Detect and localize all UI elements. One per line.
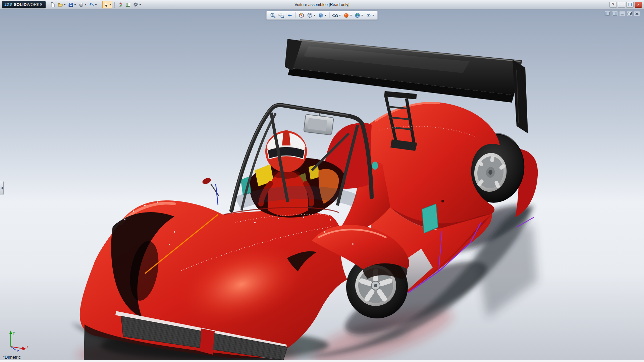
previous-view-button[interactable] xyxy=(286,11,294,19)
previous-view-icon xyxy=(287,12,293,18)
options-button[interactable] xyxy=(132,1,142,8)
scene-globe-icon xyxy=(355,12,361,18)
doc-close-button[interactable] xyxy=(634,11,640,16)
section-view-button[interactable] xyxy=(298,11,306,19)
edit-appearance-button[interactable] xyxy=(342,11,353,19)
properties-sheet-icon xyxy=(125,2,131,7)
rebuild-traffic-light-icon xyxy=(118,2,123,7)
grille-pylon xyxy=(200,328,215,355)
zoom-to-area-button[interactable] xyxy=(277,11,285,19)
select-cursor-icon xyxy=(103,2,109,7)
display-style-cube-icon xyxy=(318,12,324,18)
door-latch xyxy=(441,200,444,202)
chevron-down-icon[interactable] xyxy=(325,15,327,16)
zoom-to-fit-button[interactable] xyxy=(269,11,277,19)
new-document-button[interactable] xyxy=(49,1,56,8)
chevron-down-icon[interactable] xyxy=(314,15,316,16)
close-button[interactable]: × xyxy=(635,2,642,8)
undo-button[interactable] xyxy=(88,1,98,8)
select-tool-button[interactable] xyxy=(102,1,112,8)
file-properties-button[interactable] xyxy=(124,1,132,8)
view-orientation-label: *Dimetric xyxy=(3,355,21,360)
heads-up-view-toolbar xyxy=(266,11,378,20)
chevron-down-icon[interactable] xyxy=(361,15,363,16)
rebuild-button[interactable] xyxy=(117,1,124,8)
printer-icon xyxy=(78,2,84,7)
chevron-down-icon[interactable] xyxy=(85,4,87,5)
brand-name-works: WORKS xyxy=(27,2,43,7)
undo-arrow-icon xyxy=(89,2,94,7)
close-icon xyxy=(635,12,639,16)
save-button[interactable] xyxy=(67,1,77,8)
solidworks-window: 3DS SOLIDWORKS xyxy=(0,0,644,362)
titlebar: 3DS SOLIDWORKS xyxy=(0,0,644,9)
pane-right-icon xyxy=(612,12,617,16)
open-folder-icon xyxy=(58,2,63,7)
apply-scene-button[interactable] xyxy=(354,11,364,19)
status-bar xyxy=(0,360,644,362)
chevron-down-icon[interactable] xyxy=(139,4,141,5)
3ds-logo: 3DS xyxy=(4,2,12,6)
triad-y-label: y xyxy=(13,331,15,335)
view-orientation-button[interactable] xyxy=(306,11,317,19)
view-settings-button[interactable] xyxy=(365,11,375,19)
chevron-left-icon xyxy=(1,187,3,189)
glasses-icon xyxy=(332,12,338,18)
window-title: Voiture assemblee [Read-only] xyxy=(294,2,349,7)
hide-show-items-button[interactable] xyxy=(331,11,342,19)
solidworks-logo: 3DS SOLIDWORKS xyxy=(2,1,46,8)
reference-triad: y x z xyxy=(5,329,30,353)
feature-pane-toggle[interactable] xyxy=(0,181,4,195)
appearance-sphere-icon xyxy=(343,12,350,18)
restore-icon xyxy=(627,12,632,16)
print-button[interactable] xyxy=(77,1,88,8)
display-style-button[interactable] xyxy=(317,11,328,19)
restore-button[interactable]: ❐ xyxy=(626,2,634,8)
brand-name-solid: SOLID xyxy=(14,2,27,7)
window-controls: ? – ❐ × xyxy=(609,2,642,8)
chevron-down-icon[interactable] xyxy=(64,4,66,5)
minimize-icon xyxy=(620,12,625,16)
doc-restore-button[interactable] xyxy=(627,11,633,16)
toolbar-separator xyxy=(100,2,100,8)
doc-split-left-button[interactable] xyxy=(604,11,610,16)
zoom-to-fit-icon xyxy=(270,12,276,18)
pane-left-icon xyxy=(605,12,610,16)
toolbar-separator xyxy=(329,12,330,18)
graphics-viewport[interactable]: y x z *Dimetric xyxy=(0,9,644,360)
save-floppy-icon xyxy=(68,2,73,7)
doc-split-right-button[interactable] xyxy=(612,11,618,16)
section-view-icon xyxy=(299,12,305,18)
teal-marker xyxy=(372,162,378,170)
chevron-down-icon[interactable] xyxy=(109,4,111,5)
chevron-down-icon[interactable] xyxy=(372,15,374,16)
chevron-down-icon[interactable] xyxy=(74,4,76,5)
open-button[interactable] xyxy=(57,1,67,8)
eye-icon xyxy=(366,12,372,18)
standard-toolbar xyxy=(49,1,142,8)
chevron-down-icon[interactable] xyxy=(95,4,97,5)
help-button[interactable]: ? xyxy=(609,2,617,8)
triad-z-label: z xyxy=(17,349,19,353)
gear-icon xyxy=(133,2,139,7)
view-cube-icon xyxy=(307,12,313,18)
toolbar-separator xyxy=(296,12,296,18)
toolbar-separator xyxy=(114,2,115,8)
doc-minimize-button[interactable] xyxy=(619,11,625,16)
minimize-button[interactable]: – xyxy=(618,2,625,8)
new-document-icon xyxy=(50,2,55,7)
chevron-down-icon[interactable] xyxy=(350,15,352,16)
triad-x-label: x xyxy=(26,345,29,349)
document-window-controls xyxy=(604,11,640,16)
zoom-area-icon xyxy=(278,12,284,18)
3d-scene[interactable] xyxy=(0,9,644,360)
chevron-down-icon[interactable] xyxy=(339,15,341,16)
